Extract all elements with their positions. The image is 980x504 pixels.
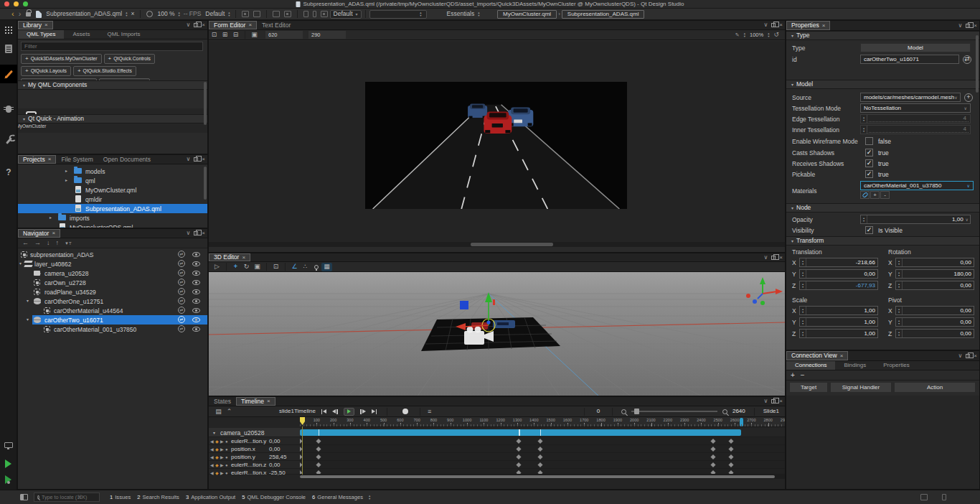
close-icon[interactable]: × (48, 157, 52, 162)
views-menu-icon[interactable] (0, 22, 17, 39)
float-panel-icon[interactable] (194, 157, 198, 162)
export-icon[interactable]: ⇄ (178, 260, 185, 267)
section-type[interactable]: Type (786, 31, 979, 40)
timeline-name[interactable]: slide1Timeline (279, 409, 316, 414)
close-icon[interactable]: × (840, 353, 844, 359)
pickable-checkbox[interactable]: ✓ (865, 170, 873, 178)
timeline-property-lane[interactable] (300, 461, 785, 468)
to-start-button[interactable] (321, 409, 327, 414)
output-pane-application-output[interactable]: 3Application Output (186, 495, 235, 500)
spin-arrows-icon[interactable]: ▴▾ (800, 330, 806, 337)
form-editor-canvas[interactable] (209, 41, 785, 247)
state-selector-arrows-icon[interactable]: ▴▾ (228, 11, 230, 17)
spin-arrows-icon[interactable]: ▴▾ (861, 126, 867, 134)
curve-editor-icon[interactable]: ≡ (424, 407, 435, 416)
chevron-down-icon[interactable]: ∨ (186, 22, 190, 28)
spin-arrows-icon[interactable]: ▴▾ (896, 307, 903, 314)
prev-keyframe-icon[interactable]: ◀ (210, 471, 214, 475)
select-tool-icon[interactable]: ▷ (212, 263, 222, 271)
close-document-button[interactable]: × (131, 11, 134, 17)
toggle-right-sidebar-icon[interactable] (942, 494, 946, 500)
minimize-window-button[interactable] (14, 1, 19, 6)
end-frame-field[interactable]: 2640 (732, 409, 745, 414)
remove-connection-button[interactable]: − (801, 372, 805, 379)
timeline-track-camera[interactable]: ▾ camera_u20528 (209, 428, 785, 437)
spin-arrows-icon[interactable]: ▴▾ (896, 258, 903, 266)
next-keyframe-icon[interactable]: ▶ (220, 439, 224, 444)
close-panel-icon[interactable]: × (202, 22, 205, 28)
tab-states[interactable]: States (209, 397, 236, 406)
timeline-zoom-slider[interactable] (631, 411, 717, 412)
export-icon[interactable]: ⇄ (178, 297, 185, 304)
horizontal-scrollbar[interactable] (209, 242, 785, 247)
close-icon[interactable]: × (44, 22, 48, 28)
spin-arrows-icon[interactable]: ▴▾ (896, 281, 903, 289)
close-icon[interactable]: × (52, 230, 55, 236)
collapse-icon[interactable]: ▾ (19, 261, 22, 266)
float-panel-icon[interactable] (966, 354, 970, 358)
close-panel-icon[interactable]: × (202, 230, 205, 236)
export-icon[interactable]: ⇄ (178, 316, 185, 323)
source-dropdown[interactable]: models/car/meshes/carmodel.mesh∨ (860, 93, 961, 102)
close-icon[interactable]: × (248, 22, 252, 28)
grid-icon[interactable]: ▦ (321, 263, 332, 271)
output-pane-qml-debugger-console[interactable]: 5QML Debugger Console (242, 495, 306, 500)
spin-arrows-icon[interactable]: ▴▾ (896, 270, 903, 278)
scale-y-spinbox[interactable]: ▴▾1,00 (799, 317, 878, 327)
workspace-arrows-icon[interactable]: ▴▾ (478, 11, 479, 17)
spin-arrows-icon[interactable]: ▴▾ (861, 215, 867, 223)
canvas-height-field[interactable]: 290 (308, 31, 346, 39)
tab-text-editor[interactable]: Text Editor (257, 21, 296, 29)
translation-x-spinbox[interactable]: ▴▾-218,66 (799, 258, 878, 267)
id-field[interactable]: carOtherTwo_u16071 (860, 55, 959, 64)
section-my-qml-components[interactable]: My QML Components (18, 80, 207, 90)
tab-qml-imports[interactable]: QML Imports (98, 30, 149, 39)
visibility-eye-icon[interactable] (192, 252, 200, 257)
visibility-eye-icon[interactable] (192, 280, 200, 285)
visibility-eye-icon[interactable] (192, 261, 200, 266)
column-header-action[interactable]: Action (894, 382, 976, 393)
record-property-icon[interactable]: ● (225, 455, 228, 459)
timeline-scrollbar[interactable] (300, 475, 785, 479)
spin-arrows-icon[interactable]: ▴▾ (800, 318, 806, 326)
tab-connection-view[interactable]: Connection View× (786, 351, 848, 360)
timeline-camera-lane[interactable] (300, 428, 785, 437)
tab-form-editor[interactable]: Form Editor× (209, 21, 257, 29)
orientation-icon[interactable]: ∠ (289, 263, 300, 271)
zoom-arrows-icon[interactable]: ▴▾ (744, 32, 745, 37)
edge-tessellation-spinbox[interactable]: ▴▾4 (860, 114, 971, 123)
float-panel-icon[interactable] (966, 24, 970, 28)
next-keyframe-icon[interactable]: ▶ (220, 455, 224, 459)
tree-item-myownclusterqds-qml[interactable]: MyOwnclusterQDS.qml (18, 223, 207, 228)
close-icon[interactable]: × (242, 255, 245, 261)
layout-grid-icon[interactable] (321, 11, 328, 17)
close-panel-icon[interactable]: × (779, 398, 783, 404)
keyframe-icon[interactable]: ◆ (215, 455, 219, 459)
snap-icon[interactable] (242, 11, 249, 17)
next-keyframe-icon[interactable]: ▶ (220, 471, 224, 475)
run-button[interactable] (0, 455, 17, 472)
viewport-3d[interactable] (209, 272, 785, 396)
spin-arrows-icon[interactable]: ▴▾ (800, 270, 806, 278)
timeline-track-property[interactable]: ◀◆▶● eulerR...tion.y0,00 (209, 437, 785, 445)
locator[interactable] (34, 493, 100, 502)
record-property-icon[interactable]: ● (225, 463, 228, 467)
collapse-icon[interactable]: ▾ (27, 317, 29, 322)
tab-properties[interactable]: Properties× (786, 21, 830, 30)
tab-open-documents[interactable]: Open Documents (98, 155, 156, 164)
export-icon[interactable]: ⇄ (178, 288, 185, 295)
playhead-line[interactable] (302, 426, 303, 475)
bounds-icon[interactable] (253, 11, 260, 17)
tab-3d-editor[interactable]: 3D Editor× (209, 253, 250, 261)
zoom-selector-arrows-icon[interactable]: ▴▾ (179, 11, 180, 17)
export-icon[interactable]: ⇄ (178, 251, 185, 258)
curve-picker-icon[interactable]: ⌃ (224, 407, 235, 416)
timeline-ruler[interactable]: 1002003004005006007008009001000110012001… (300, 417, 785, 427)
filter-icon[interactable]: ▼T (65, 241, 72, 246)
move-right-icon[interactable]: → (34, 240, 41, 246)
kit-selector-icon[interactable] (0, 437, 17, 454)
canvas-width-field[interactable]: 620 (265, 31, 303, 39)
reset-zoom-icon[interactable]: ↺ (773, 32, 779, 38)
chevron-down-icon[interactable]: ∨ (958, 23, 962, 29)
chevron-down-icon[interactable]: ∨ (186, 230, 190, 236)
